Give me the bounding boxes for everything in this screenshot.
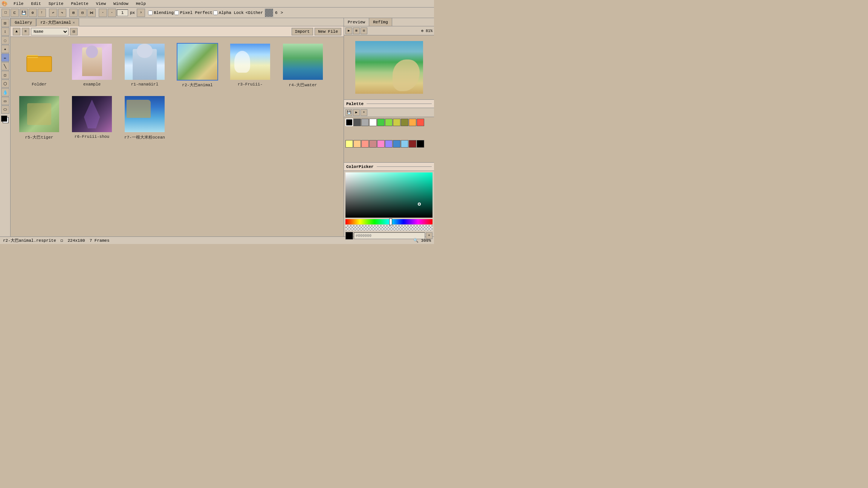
blending-toggle[interactable]: Blending	[148, 11, 174, 15]
import-button[interactable]: Import	[292, 28, 313, 35]
palette-color-yellow2[interactable]	[345, 140, 353, 148]
symmetry-button[interactable]: ⋈	[87, 9, 96, 17]
palette-color-orange[interactable]	[409, 119, 416, 126]
alpha-lock-toggle[interactable]: Alpha Lock	[213, 11, 244, 15]
color-swatch-display[interactable]	[345, 232, 353, 239]
lasso-tool-btn[interactable]: ◌	[1, 36, 9, 44]
palette-color-pink1[interactable]	[361, 140, 369, 148]
gallery-item-r6[interactable]: r6-Fruiii-shou	[69, 95, 115, 140]
preview-controls: ▶ ⊞ ⊡ ⊕ 81%	[344, 26, 434, 35]
tab-close-btn[interactable]: ✕	[73, 20, 75, 25]
menu-view[interactable]: View	[95, 1, 107, 6]
palette-color-green2[interactable]	[385, 119, 393, 126]
gallery-item-r5[interactable]: r5-大巴tiger	[17, 95, 62, 140]
palette-color-olive[interactable]	[401, 119, 408, 126]
pixel-perfect-toggle[interactable]: Pixel Perfect	[174, 11, 212, 15]
sort-select[interactable]: Name	[31, 28, 69, 35]
palette-color-green1[interactable]	[377, 119, 385, 126]
brush-size-inc[interactable]: ›	[137, 9, 145, 17]
tab-gallery[interactable]: Gallery	[11, 18, 36, 26]
palette-load-btn[interactable]: ▶	[353, 109, 360, 116]
menu-sprite[interactable]: Sprite	[47, 1, 65, 6]
palette-color-black2[interactable]	[417, 140, 424, 148]
new-file-gallery-button[interactable]: New File	[315, 28, 341, 35]
grid-button[interactable]: ⊞	[69, 9, 78, 17]
frame-grid-btn[interactable]: ⊞	[353, 27, 360, 34]
line-tool-btn[interactable]: ╲	[1, 62, 9, 70]
gallery-item-example[interactable]: example	[69, 43, 115, 88]
menu-window[interactable]: Window	[112, 1, 130, 6]
alpha-lock-checkbox[interactable]	[213, 11, 218, 15]
sort-type-btn[interactable]: ≡	[22, 28, 29, 35]
colorpicker-hue-bar[interactable]	[345, 219, 432, 224]
play-btn[interactable]: ▶	[345, 27, 352, 34]
menu-file[interactable]: File	[12, 1, 25, 6]
blending-label: Blending	[154, 11, 174, 15]
gallery-item-r2[interactable]: r2-大巴animal	[175, 43, 220, 88]
palette-save-btn[interactable]: 💾	[345, 109, 352, 116]
menu-edit[interactable]: Edit	[29, 1, 42, 6]
color-swatch[interactable]	[1, 116, 9, 124]
new-file-button[interactable]: □	[2, 9, 10, 17]
move-tool-btn[interactable]: ↕	[1, 27, 9, 36]
gallery-item-r1[interactable]: r1-nanaGirl	[122, 43, 167, 88]
palette-color-blue1[interactable]	[393, 140, 400, 148]
menu-help[interactable]: Help	[134, 1, 147, 6]
brush-size-input[interactable]	[117, 9, 128, 16]
selection-tool-btn[interactable]: ⊡	[1, 19, 9, 27]
colorpicker-title: ColorPicker	[346, 165, 374, 169]
palette-color-lavender[interactable]	[377, 140, 385, 148]
palette-color-red1[interactable]	[417, 119, 424, 126]
palette-color-black[interactable]	[345, 119, 353, 126]
dither-pattern-btn[interactable]	[265, 9, 273, 17]
save-button[interactable]: 💾	[20, 9, 28, 17]
palette-color-darkgray[interactable]	[353, 119, 361, 126]
gallery-thumb-r6	[71, 95, 113, 133]
fill-tool-btn[interactable]: ⬡	[1, 79, 9, 88]
r7-thumbnail	[125, 96, 165, 132]
export-button[interactable]: ↑	[38, 9, 46, 17]
redo-button[interactable]: ↷	[58, 9, 66, 17]
settings-button[interactable]: ⚙	[29, 9, 37, 17]
gallery-item-folder[interactable]: Folder	[17, 43, 62, 88]
colorpicker-gradient[interactable]	[345, 172, 432, 218]
palette-color-gray[interactable]	[361, 119, 369, 126]
brush-size-dec[interactable]: ·	[99, 9, 107, 17]
sort-up-btn[interactable]: ▲	[13, 28, 20, 35]
gallery-item-r3[interactable]: r3-Fruiii-	[228, 43, 273, 88]
open-button[interactable]: ⊏	[11, 9, 19, 17]
gallery-item-r4[interactable]: r4-大巴water	[280, 43, 326, 88]
r3-thumbnail	[230, 44, 270, 80]
palette-color-peach[interactable]	[353, 140, 361, 148]
ellipse-tool-btn[interactable]: ⬭	[1, 105, 9, 114]
palette-color-pink2[interactable]	[369, 140, 377, 148]
undo-button[interactable]: ↶	[49, 9, 57, 17]
dither-end: >	[280, 11, 284, 15]
tiling-button[interactable]: ⊟	[78, 9, 87, 17]
tab-refimg[interactable]: RefImg	[369, 18, 392, 26]
eraser-tool-btn[interactable]: ◻	[1, 71, 9, 79]
palette-color-lightblue[interactable]	[401, 140, 408, 148]
pen-tool-btn[interactable]: ✏	[1, 53, 9, 62]
tab-current[interactable]: r2-大巴animal ✕	[36, 18, 79, 26]
palette-color-white[interactable]	[369, 119, 377, 126]
view-toggle-btn[interactable]: ⊟	[70, 28, 78, 35]
status-filename: r2-大巴animal.resprite	[3, 238, 56, 243]
px-label: px	[129, 11, 136, 15]
gallery-label-r3: r3-Fruiii-	[238, 82, 263, 87]
palette-color-purple[interactable]	[385, 140, 393, 148]
menu-palette[interactable]: Palette	[69, 1, 90, 6]
rect-tool-btn[interactable]: ▭	[1, 97, 9, 105]
eyedrop-tool-btn[interactable]: 💧	[1, 88, 9, 96]
frame-fit-btn[interactable]: ⊡	[361, 27, 367, 34]
gallery-item-r7[interactable]: r7-一根大米粉ocean	[122, 95, 167, 140]
pixel-perfect-checkbox[interactable]	[174, 11, 179, 15]
toolbar: □ ⊏ 💾 ⚙ ↑ ↶ ↷ ⊞ ⊟ ⋈ · · px › Blending Pi…	[0, 8, 434, 18]
palette-color-yellow1[interactable]	[393, 119, 400, 126]
blending-checkbox[interactable]	[148, 11, 153, 15]
colorpicker-alpha-bar[interactable]	[345, 225, 432, 230]
palette-color-darkred[interactable]	[409, 140, 416, 148]
transform-tool-btn[interactable]: ✦	[1, 45, 9, 53]
tab-preview[interactable]: Preview	[344, 18, 369, 26]
palette-add-btn[interactable]: +	[361, 109, 367, 116]
